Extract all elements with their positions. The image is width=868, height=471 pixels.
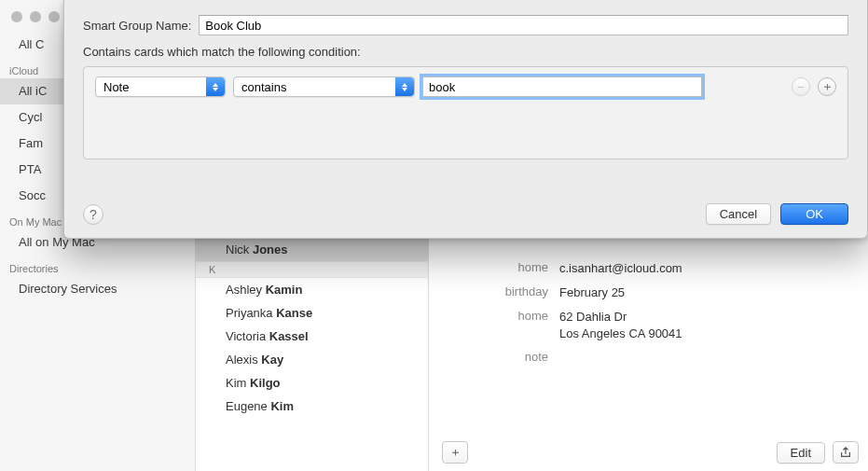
contact-first: Eugene xyxy=(226,399,268,413)
contact-first: Ashley xyxy=(226,283,262,297)
close-window-icon[interactable] xyxy=(11,11,22,22)
edit-button[interactable]: Edit xyxy=(777,442,825,464)
rules-container: Note contains − ＋ xyxy=(83,66,848,159)
question-icon: ? xyxy=(90,207,97,222)
list-section-letter: K xyxy=(196,261,428,278)
contact-last: Kilgo xyxy=(250,376,281,390)
contact-last: Kay xyxy=(261,353,283,367)
add-field-button[interactable]: ＋ xyxy=(442,441,468,464)
contact-list[interactable]: Nick Jones K Ashley Kamin Priyanka Kanse… xyxy=(196,238,429,471)
remove-rule-button: − xyxy=(792,77,810,96)
smart-group-sheet: Smart Group Name: Contains cards which m… xyxy=(63,0,868,239)
contact-last: Jones xyxy=(253,242,288,256)
list-item[interactable]: Victoria Kassel xyxy=(196,325,428,348)
rule-operator-value: contains xyxy=(241,80,286,94)
field-value-home-address[interactable]: 62 Dahlia Dr Los Angeles CA 90041 xyxy=(559,309,868,342)
add-rule-button[interactable]: ＋ xyxy=(818,77,836,96)
plus-icon: ＋ xyxy=(449,444,462,461)
contact-last: Kassel xyxy=(269,329,309,343)
field-value-birthday: February 25 xyxy=(559,284,868,301)
contact-first: Kim xyxy=(226,376,246,390)
sidebar-header-directories: Directories xyxy=(0,256,195,276)
rule-value-input[interactable] xyxy=(422,76,702,97)
share-button[interactable] xyxy=(833,441,859,464)
minimize-window-icon[interactable] xyxy=(30,11,41,22)
rule-field-value: Note xyxy=(103,80,129,94)
list-item[interactable]: Ashley Kamin xyxy=(196,278,428,301)
rule-row: Note contains − ＋ xyxy=(95,76,836,97)
list-item[interactable]: Priyanka Kanse xyxy=(196,301,428,325)
contact-last: Kamin xyxy=(266,283,303,297)
contact-first: Priyanka xyxy=(226,306,273,320)
list-item[interactable]: Alexis Kay xyxy=(196,348,428,371)
plus-icon: ＋ xyxy=(821,78,834,95)
field-label-home-address: home xyxy=(429,309,559,342)
help-button[interactable]: ? xyxy=(83,204,103,225)
contact-last: Kim xyxy=(270,399,294,413)
smart-group-name-label: Smart Group Name: xyxy=(83,19,191,33)
cancel-button[interactable]: Cancel xyxy=(706,203,771,225)
chevron-updown-icon xyxy=(206,77,225,96)
contact-first: Nick xyxy=(226,242,249,256)
field-value-home-email[interactable]: c.isanhart@icloud.com xyxy=(559,260,868,277)
sidebar-item-directory-services[interactable]: Directory Services xyxy=(0,276,195,302)
rule-operator-popup[interactable]: contains xyxy=(233,76,415,97)
field-label-birthday: birthday xyxy=(429,284,559,301)
ok-button[interactable]: OK xyxy=(780,203,848,225)
chevron-updown-icon xyxy=(395,77,414,96)
minus-icon: − xyxy=(797,80,805,94)
list-item[interactable]: Eugene Kim xyxy=(196,395,428,418)
smart-group-name-input[interactable] xyxy=(199,15,848,35)
zoom-window-icon[interactable] xyxy=(48,11,60,22)
field-value-note[interactable] xyxy=(559,350,868,364)
field-label-note: note xyxy=(429,350,559,364)
list-item[interactable]: Kim Kilgo xyxy=(196,371,428,395)
smart-group-instruction: Contains cards which match the following… xyxy=(83,45,848,59)
contact-detail: home c.isanhart@icloud.com birthday Febr… xyxy=(429,238,868,471)
share-icon xyxy=(839,446,852,459)
list-item[interactable]: Nick Jones xyxy=(196,238,428,261)
contact-first: Alexis xyxy=(226,353,258,367)
field-label-home-email: home xyxy=(429,260,559,277)
rule-field-popup[interactable]: Note xyxy=(95,76,226,97)
contact-last: Kanse xyxy=(276,306,312,320)
contact-first: Victoria xyxy=(226,329,266,343)
